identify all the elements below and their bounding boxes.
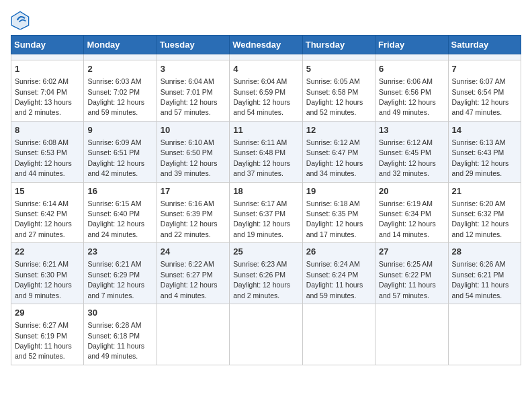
dow-header-wednesday: Wednesday [230,36,302,54]
calendar-cell [448,54,521,60]
dow-header-thursday: Thursday [302,36,375,54]
logo [11,11,32,30]
day-info: Sunrise: 6:09 AMSunset: 6:51 PMDaylight:… [87,138,144,177]
day-info: Sunrise: 6:02 AMSunset: 7:04 PMDaylight:… [15,77,72,116]
dow-header-tuesday: Tuesday [157,36,229,54]
day-info: Sunrise: 6:12 AMSunset: 6:47 PMDaylight:… [306,138,363,177]
day-number: 29 [15,307,80,319]
day-info: Sunrise: 6:28 AMSunset: 6:18 PMDaylight:… [87,321,144,360]
dow-header-saturday: Saturday [448,36,521,54]
calendar-cell [84,54,157,60]
calendar-week-3: 15 Sunrise: 6:14 AMSunset: 6:42 PMDaylig… [11,182,521,243]
day-info: Sunrise: 6:25 AMSunset: 6:22 PMDaylight:… [379,260,436,299]
calendar-cell: 21 Sunrise: 6:20 AMSunset: 6:32 PMDaylig… [448,182,521,243]
calendar-cell: 19 Sunrise: 6:18 AMSunset: 6:35 PMDaylig… [302,182,375,243]
day-info: Sunrise: 6:20 AMSunset: 6:32 PMDaylight:… [452,199,509,238]
calendar-cell: 25 Sunrise: 6:23 AMSunset: 6:26 PMDaylig… [230,243,302,304]
day-number: 8 [15,124,80,136]
calendar-table: SundayMondayTuesdayWednesdayThursdayFrid… [11,35,521,365]
day-number: 7 [452,63,517,75]
day-info: Sunrise: 6:13 AMSunset: 6:43 PMDaylight:… [452,138,509,177]
logo-icon [11,11,30,30]
day-number: 27 [379,246,444,258]
day-info: Sunrise: 6:26 AMSunset: 6:21 PMDaylight:… [452,260,509,299]
day-number: 3 [161,63,226,75]
day-info: Sunrise: 6:21 AMSunset: 6:30 PMDaylight:… [15,260,72,299]
day-info: Sunrise: 6:21 AMSunset: 6:29 PMDaylight:… [87,260,144,299]
day-of-week-row: SundayMondayTuesdayWednesdayThursdayFrid… [11,36,521,54]
day-number: 12 [306,124,371,136]
calendar-body: 1 Sunrise: 6:02 AMSunset: 7:04 PMDayligh… [11,54,521,365]
calendar-cell: 7 Sunrise: 6:07 AMSunset: 6:54 PMDayligh… [448,60,521,122]
day-info: Sunrise: 6:08 AMSunset: 6:53 PMDaylight:… [15,138,72,177]
calendar-cell: 14 Sunrise: 6:13 AMSunset: 6:43 PMDaylig… [448,121,521,182]
day-info: Sunrise: 6:23 AMSunset: 6:26 PMDaylight:… [233,260,290,299]
day-info: Sunrise: 6:14 AMSunset: 6:42 PMDaylight:… [15,199,72,238]
calendar-week-5: 29 Sunrise: 6:27 AMSunset: 6:19 PMDaylig… [11,304,521,365]
calendar-cell [230,304,302,365]
calendar-cell [375,54,448,60]
day-number: 16 [87,185,152,197]
calendar-cell [302,54,375,60]
day-info: Sunrise: 6:05 AMSunset: 6:58 PMDaylight:… [306,77,363,116]
calendar-cell [230,54,302,60]
day-number: 2 [87,63,152,75]
day-number: 24 [161,246,226,258]
day-number: 23 [87,246,152,258]
day-number: 28 [452,246,517,258]
calendar-cell: 30 Sunrise: 6:28 AMSunset: 6:18 PMDaylig… [84,304,157,365]
calendar-cell: 10 Sunrise: 6:10 AMSunset: 6:50 PMDaylig… [157,121,229,182]
calendar-cell: 22 Sunrise: 6:21 AMSunset: 6:30 PMDaylig… [11,243,84,304]
calendar-cell: 9 Sunrise: 6:09 AMSunset: 6:51 PMDayligh… [84,121,157,182]
day-info: Sunrise: 6:03 AMSunset: 7:02 PMDaylight:… [87,77,144,116]
calendar-week-4: 22 Sunrise: 6:21 AMSunset: 6:30 PMDaylig… [11,243,521,304]
calendar-cell: 8 Sunrise: 6:08 AMSunset: 6:53 PMDayligh… [11,121,84,182]
calendar-cell: 4 Sunrise: 6:04 AMSunset: 6:59 PMDayligh… [230,60,302,122]
day-number: 13 [379,124,444,136]
day-number: 5 [306,63,371,75]
calendar-cell: 27 Sunrise: 6:25 AMSunset: 6:22 PMDaylig… [375,243,448,304]
calendar-cell: 24 Sunrise: 6:22 AMSunset: 6:27 PMDaylig… [157,243,229,304]
calendar-cell [157,304,229,365]
day-number: 26 [306,246,371,258]
day-number: 21 [452,185,517,197]
calendar-cell: 16 Sunrise: 6:15 AMSunset: 6:40 PMDaylig… [84,182,157,243]
dow-header-friday: Friday [375,36,448,54]
calendar-cell: 28 Sunrise: 6:26 AMSunset: 6:21 PMDaylig… [448,243,521,304]
calendar-cell [11,54,84,60]
calendar-cell: 17 Sunrise: 6:16 AMSunset: 6:39 PMDaylig… [157,182,229,243]
calendar-cell: 1 Sunrise: 6:02 AMSunset: 7:04 PMDayligh… [11,60,84,122]
calendar-cell: 13 Sunrise: 6:12 AMSunset: 6:45 PMDaylig… [375,121,448,182]
calendar-cell: 26 Sunrise: 6:24 AMSunset: 6:24 PMDaylig… [302,243,375,304]
calendar-cell: 5 Sunrise: 6:05 AMSunset: 6:58 PMDayligh… [302,60,375,122]
calendar-cell: 20 Sunrise: 6:19 AMSunset: 6:34 PMDaylig… [375,182,448,243]
day-number: 25 [233,246,298,258]
day-number: 30 [87,307,152,319]
calendar-week-1: 1 Sunrise: 6:02 AMSunset: 7:04 PMDayligh… [11,60,521,122]
day-info: Sunrise: 6:11 AMSunset: 6:48 PMDaylight:… [233,138,290,177]
day-number: 18 [233,185,298,197]
calendar-cell [302,304,375,365]
calendar-cell: 6 Sunrise: 6:06 AMSunset: 6:56 PMDayligh… [375,60,448,122]
calendar-cell: 15 Sunrise: 6:14 AMSunset: 6:42 PMDaylig… [11,182,84,243]
day-number: 22 [15,246,80,258]
day-info: Sunrise: 6:04 AMSunset: 7:01 PMDaylight:… [161,77,218,116]
calendar-cell [448,304,521,365]
day-number: 17 [161,185,226,197]
day-info: Sunrise: 6:04 AMSunset: 6:59 PMDaylight:… [233,77,290,116]
day-number: 9 [87,124,152,136]
day-number: 10 [161,124,226,136]
day-info: Sunrise: 6:22 AMSunset: 6:27 PMDaylight:… [161,260,218,299]
calendar-cell: 29 Sunrise: 6:27 AMSunset: 6:19 PMDaylig… [11,304,84,365]
day-number: 11 [233,124,298,136]
day-number: 20 [379,185,444,197]
dow-header-sunday: Sunday [11,36,84,54]
day-number: 19 [306,185,371,197]
calendar-cell [375,304,448,365]
day-number: 6 [379,63,444,75]
day-info: Sunrise: 6:27 AMSunset: 6:19 PMDaylight:… [15,321,72,360]
calendar-week-0 [11,54,521,60]
calendar-cell [157,54,229,60]
day-info: Sunrise: 6:18 AMSunset: 6:35 PMDaylight:… [306,199,363,238]
day-info: Sunrise: 6:06 AMSunset: 6:56 PMDaylight:… [379,77,436,116]
